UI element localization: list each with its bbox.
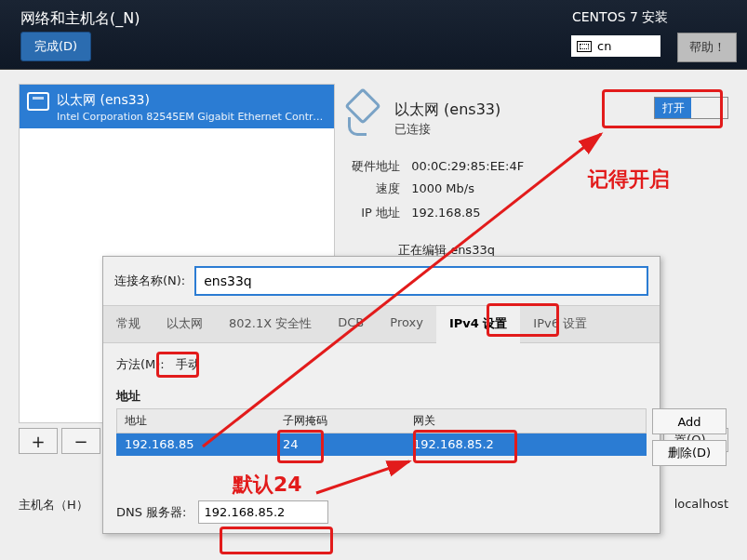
tab-8021x[interactable]: 802.1X 安全性 bbox=[216, 306, 325, 342]
language-selector[interactable]: cn bbox=[571, 35, 660, 57]
interface-item[interactable]: 以太网 (ens33) Intel Corporation 82545EM Gi… bbox=[20, 85, 334, 128]
cell-address[interactable]: 192.168.85 bbox=[117, 433, 275, 455]
hwaddr-label: 硬件地址 bbox=[344, 158, 400, 175]
done-button[interactable]: 完成(D) bbox=[20, 32, 91, 61]
connection-toggle[interactable]: 打开 bbox=[654, 97, 728, 119]
network-icon bbox=[344, 93, 381, 130]
add-interface-button[interactable]: + bbox=[19, 428, 58, 454]
tab-general[interactable]: 常规 bbox=[103, 306, 153, 342]
address-table-header: 地址 子网掩码 网关 bbox=[116, 408, 647, 433]
speed-label: 速度 bbox=[344, 180, 400, 197]
address-row[interactable]: 192.168.85 24 192.168.85.2 bbox=[116, 433, 647, 456]
interface-subtitle: Intel Corporation 82545EM Gigabit Ethern… bbox=[57, 111, 327, 123]
detail-title: 以太网 (ens33) bbox=[394, 100, 500, 120]
help-button[interactable]: 帮助！ bbox=[677, 33, 737, 62]
hwaddr-value: 00:0C:29:85:EE:4F bbox=[411, 159, 524, 173]
ip-row: IP 地址 192.168.85 bbox=[344, 205, 481, 221]
cell-gateway[interactable]: 192.168.85.2 bbox=[406, 433, 646, 455]
col-gateway: 网关 bbox=[406, 409, 646, 433]
method-value[interactable]: 手动 bbox=[176, 356, 200, 373]
install-label: CENTOS 7 安装 bbox=[572, 9, 668, 26]
hostname-label: 主机名（H） bbox=[19, 497, 88, 513]
dns-input[interactable] bbox=[198, 500, 328, 524]
col-mask: 子网掩码 bbox=[275, 409, 406, 433]
address-heading: 地址 bbox=[116, 388, 647, 405]
page-title: 网络和主机名(_N) bbox=[20, 9, 140, 29]
cell-mask[interactable]: 24 bbox=[275, 433, 406, 455]
toggle-knob bbox=[691, 98, 727, 118]
add-address-button[interactable]: Add bbox=[652, 408, 727, 434]
detail-status: 已连接 bbox=[394, 121, 431, 138]
col-address: 地址 bbox=[117, 409, 275, 433]
dns-label: DNS 服务器: bbox=[116, 504, 187, 521]
remove-interface-button[interactable]: − bbox=[61, 428, 100, 454]
conn-name-label: 连接名称(N): bbox=[114, 273, 185, 289]
speed-value: 1000 Mb/s bbox=[411, 181, 474, 195]
keyboard-icon bbox=[577, 41, 592, 52]
language-value: cn bbox=[597, 39, 611, 53]
nic-icon bbox=[27, 92, 49, 111]
tab-proxy[interactable]: Proxy bbox=[377, 306, 436, 342]
conn-name-input[interactable] bbox=[194, 266, 648, 296]
hostname-value: localhost bbox=[674, 497, 728, 511]
tab-ipv6[interactable]: IPv6 设置 bbox=[520, 306, 600, 342]
ip-label: IP 地址 bbox=[344, 205, 400, 221]
tab-ipv4[interactable]: IPv4 设置 bbox=[436, 306, 520, 343]
hwaddr-row: 硬件地址 00:0C:29:85:EE:4F bbox=[344, 158, 524, 175]
delete-address-button[interactable]: 删除(D) bbox=[652, 440, 727, 466]
toggle-on-label: 打开 bbox=[655, 98, 691, 118]
ip-value: 192.168.85 bbox=[411, 206, 480, 220]
tab-dcb[interactable]: DCB bbox=[325, 306, 377, 342]
method-label: 方法(M): bbox=[116, 356, 165, 373]
editor-tabs: 常规 以太网 802.1X 安全性 DCB Proxy IPv4 设置 IPv6… bbox=[103, 305, 660, 343]
speed-row: 速度 1000 Mb/s bbox=[344, 180, 474, 197]
connection-editor: 连接名称(N): 常规 以太网 802.1X 安全性 DCB Proxy IPv… bbox=[102, 256, 660, 534]
interface-title: 以太网 (ens33) bbox=[57, 92, 327, 109]
tab-ethernet[interactable]: 以太网 bbox=[153, 306, 216, 342]
